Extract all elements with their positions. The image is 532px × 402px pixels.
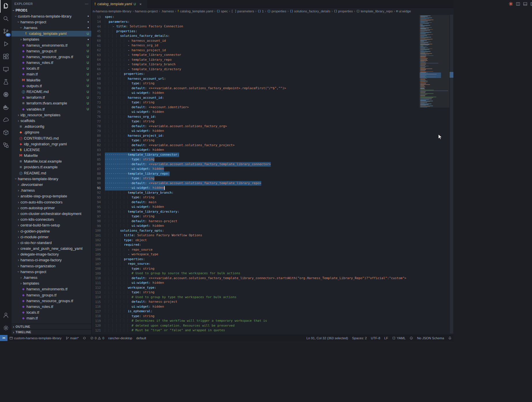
code-line-60[interactable]: 60 - harness_account_id: [92, 39, 419, 43]
tree-item-Makefile.local.example[interactable]: ≡Makefile.local.example: [12, 159, 91, 164]
tree-item-harness-ci-image-factory[interactable]: ›harness-ci-image-factory: [12, 257, 91, 263]
code-line-78[interactable]: 78 default: <+variable.account.solutions…: [92, 124, 419, 129]
tree-item-.devcontainer[interactable]: ›.devcontainer: [12, 182, 91, 187]
code-line-114[interactable]: 114 # Used to group by type the workspac…: [92, 295, 419, 300]
code-line-72[interactable]: 72 harness_account_id:: [92, 96, 419, 100]
tree-item-harness_resource_groups.tf[interactable]: ◆harness_resource_groups.tfU: [12, 54, 91, 60]
tree-item-main.tf[interactable]: ◆main.tfU: [12, 71, 91, 77]
activity-packages[interactable]: [0, 127, 12, 139]
tree-item-idp_resource_templates[interactable]: ›idp_resource_templates: [12, 112, 91, 118]
code-line-100[interactable]: 100 solutions_factory_opts:: [92, 228, 419, 233]
code-line-113[interactable]: 113 type: string: [92, 290, 419, 295]
tree-item-templates[interactable]: ›templates: [12, 281, 91, 286]
tree-item-ci-golden-pipeline[interactable]: ›ci-golden-pipeline: [12, 228, 91, 234]
code-line-106[interactable]: 106 properties:: [92, 257, 419, 262]
tree-item-scaffolds[interactable]: ›scaffolds: [12, 118, 91, 123]
code-line-95[interactable]: 95 ui:widget: hidden: [92, 205, 419, 209]
tree-item-harness_environments.tf[interactable]: ◆harness_environments.tfU: [12, 42, 91, 48]
code-line-83[interactable]: 83 ui:widget: hidden: [92, 148, 419, 153]
tree-item-terraform.tf[interactable]: ◆terraform.tfU: [12, 95, 91, 100]
tree-item-README.md[interactable]: iREADME.md: [12, 170, 91, 176]
tree-item-harness-project[interactable]: ›harness-project: [12, 269, 91, 275]
tree-item-create_and_push_new_catalog_yaml[interactable]: ›create_and_push_new_catalog_yaml: [12, 246, 91, 252]
tree-item-catalog_template.yaml[interactable]: !catalog_template.yamlU: [12, 31, 91, 37]
tree-item-central-build-farm-setup[interactable]: ›central-build-farm-setup: [12, 222, 91, 228]
tree-item-main.tf[interactable]: ◆main.tf: [12, 315, 91, 321]
code-line-79[interactable]: 79 ui:widget: hidden: [92, 129, 419, 134]
tree-item-ccm-auto-k8s-connectors[interactable]: ›ccm-auto-k8s-connectors: [12, 199, 91, 205]
workspace-section-header[interactable]: › PROD1: [12, 7, 91, 13]
code-line-84[interactable]: 84············template_library_connector…: [92, 153, 419, 157]
code-line-70[interactable]: 70 default: <+<+variable.account.solutio…: [92, 86, 419, 91]
code-line-111[interactable]: 111 ui:widget: hidden: [92, 281, 419, 285]
code-line-109[interactable]: 109 # Used to group by source the worksp…: [92, 271, 419, 276]
tree-item-.editorconfig[interactable]: ≡.editorconfig: [12, 124, 91, 129]
code-line-89[interactable]: 89··············type: string: [92, 176, 419, 181]
tree-item-CONTRIBUTING.md[interactable]: iCONTRIBUTING.md: [12, 135, 91, 141]
code-line-14[interactable]: 14 parameters:: [92, 20, 419, 24]
close-tab-icon[interactable]: ×: [139, 2, 142, 6]
tree-item-ccm-cluster-orchestrator-deployment[interactable]: ›ccm-cluster-orchestrator-deployment: [12, 211, 91, 216]
tree-item-idp_registration_mgr.yaml[interactable]: ◆idp_registration_mgr.yaml: [12, 141, 91, 147]
code-line-87[interactable]: 87··············ui:widget: hidden: [92, 167, 419, 172]
tree-item-templates[interactable]: ›templates●: [12, 37, 91, 42]
code-line-115[interactable]: 115 default: harness-project: [92, 300, 419, 304]
status-rancher-context[interactable]: rancher-desktop: [106, 335, 134, 341]
tree-item-harness-template-library[interactable]: ›harness-template-library: [12, 176, 91, 182]
code-line-107[interactable]: 107 repo_source:: [92, 262, 419, 266]
code-line-98[interactable]: 98 default: harness-project: [92, 219, 419, 224]
code-line-120[interactable]: 120 # deleted upon completion. Resources…: [92, 323, 419, 328]
activity-cloud-tools[interactable]: [0, 114, 12, 127]
tree-item-Makefile[interactable]: MMakefile: [12, 153, 91, 159]
status-problems[interactable]: 00: [88, 335, 106, 341]
breadcrumb-catalog_template.yaml[interactable]: !catalog_template.yaml: [177, 9, 213, 13]
activity-source-control[interactable]: 57: [0, 25, 12, 38]
code-line-66[interactable]: 66 - template_library_directory: [92, 67, 419, 72]
code-line-105[interactable]: 105 - workspace_type: [92, 252, 419, 257]
sidebar-section-timeline[interactable]: ›TIMELINE: [12, 329, 91, 335]
code-line-68[interactable]: 68 harness_account_url:: [92, 77, 419, 81]
code-line-62[interactable]: 62 - harness_project_id: [92, 48, 419, 53]
activity-run-and-debug[interactable]: [0, 38, 12, 51]
code-line-71[interactable]: 71 ui:widget: hidden: [92, 91, 419, 96]
sidebar-section-outline[interactable]: ›OUTLINE: [12, 324, 91, 329]
activity-infrastructure[interactable]: [0, 139, 12, 152]
code-line-110[interactable]: 110 default: <+<+variable.account.soluti…: [92, 276, 419, 281]
activity-explorer[interactable]: [0, 0, 12, 13]
tree-item-ansible-step-group-template[interactable]: ›ansible-step-group-template: [12, 193, 91, 199]
tree-item-providers.tf.example[interactable]: ≡providers.tf.example: [12, 164, 91, 170]
status-remote-indicator[interactable]: ><: [0, 335, 7, 341]
status-git-branch[interactable]: main*: [64, 335, 81, 341]
code-line-88[interactable]: 88············template_library_repo:: [92, 172, 419, 176]
code-line-80[interactable]: 80 harness_project_id:: [92, 134, 419, 138]
code-line-75[interactable]: 75 ui:widget: hidden: [92, 110, 419, 115]
code-line-116[interactable]: 116 ui:widget: hidden: [92, 304, 419, 309]
status-sync[interactable]: [81, 335, 88, 341]
status-json-schema[interactable]: No JSON Schema: [415, 335, 446, 341]
code-line-73[interactable]: 73 type: string: [92, 100, 419, 105]
scrollbar[interactable]: [449, 14, 454, 335]
more-actions-icon[interactable]: ⋯: [85, 2, 88, 6]
activity-search[interactable]: [0, 13, 12, 25]
tree-item-harness_environments.tf[interactable]: ◆harness_environments.tf: [12, 286, 91, 292]
tree-item-.harness[interactable]: ›.harness●: [12, 25, 91, 31]
code-line-102[interactable]: 102 type: object: [92, 238, 419, 243]
code-line-86[interactable]: 86··············default: <+variable.acco…: [92, 162, 419, 167]
breadcrumb-template_library_repo[interactable]: {}template_library_repo: [356, 9, 393, 13]
breadcrumb-ui:widge[interactable]: ⊞ui:widge: [396, 9, 411, 13]
breadcrumb-1[interactable]: {}1: [258, 9, 264, 13]
breadcrumb-properties[interactable]: {}properties: [334, 9, 353, 13]
tree-item-harness-organization[interactable]: ›harness-organization: [12, 263, 91, 269]
minimap[interactable]: [419, 14, 449, 335]
activity-docker[interactable]: [0, 101, 12, 114]
code-line-118[interactable]: 118 type: string: [92, 314, 419, 319]
tree-item-ccm-k8s-connectors[interactable]: ›ccm-k8s-connectors: [12, 217, 91, 222]
tree-item-ci-module-primer[interactable]: ›ci-module-primer: [12, 234, 91, 240]
status-profile[interactable]: default: [134, 335, 148, 341]
activity-settings[interactable]: [0, 322, 12, 335]
code-line-92[interactable]: 92 template_library_branch:: [92, 190, 419, 195]
code-line-67[interactable]: 67 properties:: [92, 72, 419, 77]
breadcrumb-harness-project[interactable]: harness-project: [135, 9, 158, 13]
tree-item-locals.tf[interactable]: ◆locals.tfU: [12, 66, 91, 71]
activity-extensions[interactable]: [0, 51, 12, 63]
